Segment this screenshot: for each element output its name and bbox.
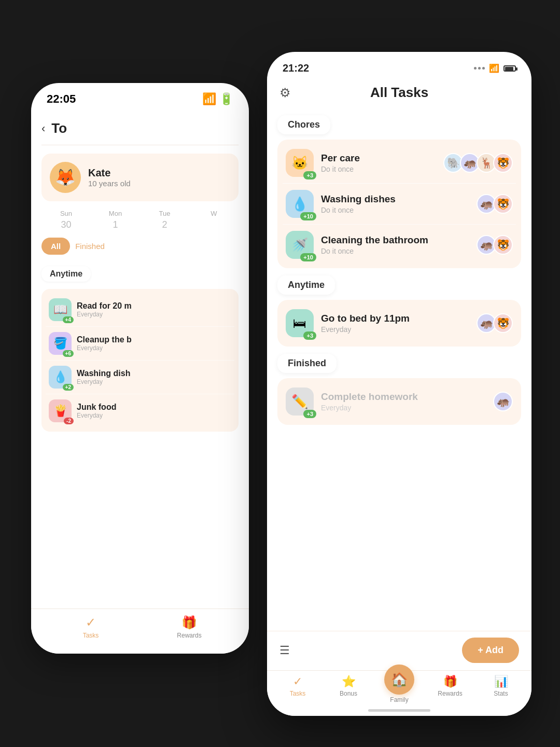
back-task-list: 📖 +4 Read for 20 m Everyday 🪣 +6 Cleanup…	[41, 289, 239, 432]
task-freq-washingdishes: Do it once	[321, 206, 469, 214]
page-title: All Tasks	[370, 85, 428, 101]
nav-rewards[interactable]: 🎁 Rewards	[425, 675, 475, 703]
task-freq-homework: Everyday	[321, 404, 486, 412]
list-item[interactable]: 🪣 +6 Cleanup the b Everyday	[46, 327, 234, 361]
cal-day-tue: Tue 2	[140, 210, 189, 230]
task-icon-junk: 🍟 -2	[49, 399, 72, 422]
bonus-nav-icon: ⭐	[342, 675, 356, 688]
profile-age: 10 years old	[88, 179, 131, 188]
avatar-hippo5: 🦛	[493, 392, 513, 411]
task-info-read: Read for 20 m Everyday	[77, 301, 132, 318]
list-item[interactable]: 💧 +2 Washing dish Everyday	[46, 361, 234, 394]
rewards-nav-label: Rewards	[438, 690, 462, 697]
task-badge-junk: -2	[64, 418, 74, 424]
task-info-bathroom: Cleaning the bathroom Do it once	[321, 234, 469, 255]
calendar-row: Sun 30 Mon 1 Tue 2 W	[41, 210, 239, 230]
add-button[interactable]: + Add	[462, 638, 519, 663]
task-name-cleanup: Cleanup the b	[77, 335, 132, 344]
task-icon-read: 📖 +4	[49, 298, 72, 321]
nav-tasks[interactable]: ✓ Tasks	[272, 675, 323, 703]
task-icon-cleanup: 🪣 +6	[49, 332, 72, 355]
avatar-tiger4: 🐯	[493, 313, 513, 333]
task-info-washingdishes: Washing dishes Do it once	[321, 193, 469, 214]
task-name-homework: Complete homework	[321, 391, 486, 403]
task-icon-percare: 🐱 +3	[286, 149, 314, 177]
anytime-section: Anytime 🛏 +3 Go to bed by 11pm Everyday …	[277, 268, 521, 347]
back-nav-tasks[interactable]: ✓ Tasks	[41, 615, 140, 639]
chores-task-list: 🐱 +3 Per care Do it once 🐘 🦛 🦌 🐯	[277, 140, 521, 268]
avatar-tiger: 🐯	[493, 153, 513, 173]
task-info-bedtime: Go to bed by 11pm Everyday	[321, 313, 469, 334]
front-status-bar: 21:22 📶	[267, 52, 531, 79]
task-icon-bathroom: 🚿 +10	[286, 231, 314, 259]
task-name-read: Read for 20 m	[77, 301, 132, 311]
task-name-washing: Washing dish	[77, 369, 130, 378]
task-name-washingdishes: Washing dishes	[321, 193, 469, 205]
wifi-icon: 📶	[489, 63, 499, 73]
back-time: 22:05	[47, 92, 76, 106]
list-item[interactable]: 🛏 +3 Go to bed by 11pm Everyday 🦛 🐯	[283, 303, 516, 343]
task-freq-percare: Do it once	[321, 165, 436, 173]
task-badge-cleanup: +6	[63, 350, 74, 357]
cal-day-mon: Mon 1	[91, 210, 140, 230]
bonus-nav-label: Bonus	[340, 690, 357, 697]
tasks-nav-icon: ✓	[293, 675, 302, 688]
list-item[interactable]: 🍟 -2 Junk food Everyday	[46, 394, 234, 427]
list-item[interactable]: 🐱 +3 Per care Do it once 🐘 🦛 🦌 🐯	[283, 143, 516, 184]
back-nav-rewards-label: Rewards	[177, 632, 201, 639]
task-badge-bathroom: +10	[300, 253, 316, 261]
profile-card: 🦊 Kate 10 years old	[41, 154, 239, 201]
finished-section-header: Finished	[277, 354, 337, 373]
list-item[interactable]: 📖 +4 Read for 20 m Everyday	[46, 293, 234, 327]
family-nav-label: Family	[390, 696, 408, 703]
task-info-washing: Washing dish Everyday	[77, 369, 130, 385]
task-name-junk: Junk food	[77, 403, 116, 412]
filter-icon[interactable]: ☰	[279, 644, 290, 657]
task-freq-bedtime: Everyday	[321, 325, 469, 334]
finished-section: Finished ✏️ +3 Complete homework Everyda…	[277, 347, 521, 425]
stats-nav-icon: 📊	[494, 675, 508, 688]
task-icon-washing: 💧 +2	[49, 366, 72, 389]
nav-stats[interactable]: 📊 Stats	[475, 675, 526, 703]
list-item[interactable]: 🚿 +10 Cleaning the bathroom Do it once 🦛…	[283, 225, 516, 265]
home-indicator	[368, 709, 430, 712]
front-action-bar: ☰ + Add	[267, 631, 531, 669]
back-nav-tasks-label: Tasks	[83, 632, 99, 639]
list-item[interactable]: ✏️ +3 Complete homework Everyday 🦛	[283, 381, 516, 422]
nav-bonus[interactable]: ⭐ Bonus	[323, 675, 374, 703]
finished-task-list: ✏️ +3 Complete homework Everyday 🦛	[277, 378, 521, 425]
task-badge-bedtime: +3	[303, 331, 316, 340]
task-avatars-percare: 🐘 🦛 🦌 🐯	[443, 153, 513, 173]
task-icon-bedtime: 🛏 +3	[286, 309, 314, 337]
anytime-section-label: Anytime	[41, 266, 91, 282]
task-avatars-washingdishes: 🦛 🐯	[477, 194, 513, 214]
settings-icon[interactable]: ⚙	[279, 86, 291, 100]
anytime-task-list: 🛏 +3 Go to bed by 11pm Everyday 🦛 🐯	[277, 300, 521, 347]
profile-name: Kate	[88, 167, 131, 179]
status-icons: 📶	[474, 63, 516, 73]
filter-all-button[interactable]: All	[41, 238, 70, 255]
task-freq-cleanup: Everyday	[77, 344, 132, 352]
phone-front: 21:22 📶 ⚙ All Tasks Chores	[267, 52, 531, 716]
back-arrow[interactable]: ‹	[41, 122, 45, 135]
task-info-percare: Per care Do it once	[321, 153, 436, 173]
task-icon-washingdishes: 💧 +10	[286, 190, 314, 218]
task-badge-percare: +3	[303, 171, 316, 179]
filter-finished-button[interactable]: Finished	[75, 242, 105, 251]
task-badge-washing: +2	[63, 384, 74, 391]
task-freq-washing: Everyday	[77, 378, 130, 385]
nav-family[interactable]: 🏠 Family	[374, 675, 425, 703]
task-freq-junk: Everyday	[77, 412, 116, 419]
back-nav-rewards[interactable]: 🎁 Rewards	[140, 615, 239, 639]
back-wifi: 📶 🔋	[202, 92, 233, 106]
task-avatars-bathroom: 🦛 🐯	[477, 235, 513, 255]
list-item[interactable]: 💧 +10 Washing dishes Do it once 🦛 🐯	[283, 184, 516, 225]
back-status-bar: 22:05 📶 🔋	[31, 83, 249, 110]
task-freq-bathroom: Do it once	[321, 247, 469, 255]
front-scroll-area[interactable]: Chores 🐱 +3 Per care Do it once 🐘	[267, 108, 531, 653]
task-avatars-bedtime: 🦛 🐯	[477, 313, 513, 333]
chores-section-header: Chores	[277, 115, 330, 134]
filter-row: All Finished	[41, 238, 239, 255]
task-name-percare: Per care	[321, 153, 436, 164]
family-home-button[interactable]: 🏠	[384, 665, 414, 695]
